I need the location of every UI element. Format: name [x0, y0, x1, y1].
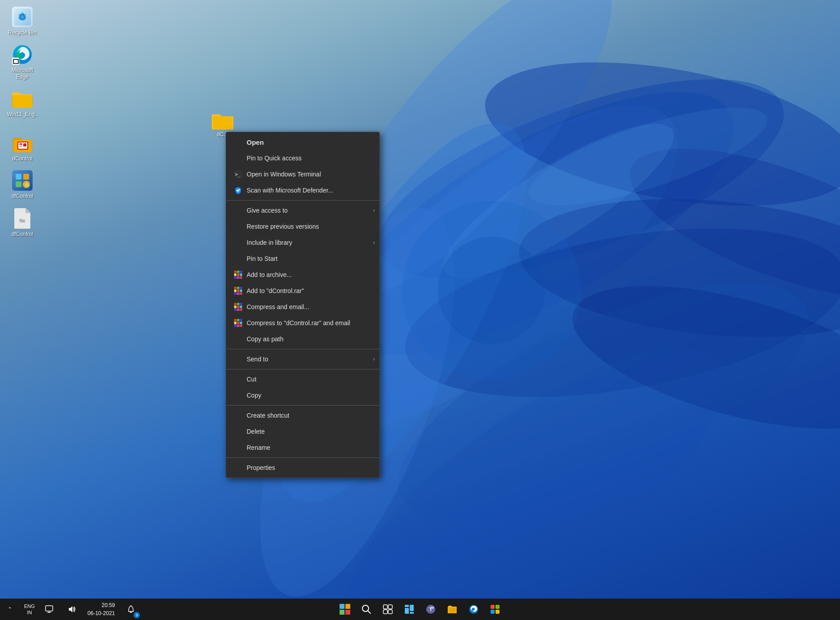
separator-5 — [226, 457, 379, 458]
menu-item-terminal[interactable]: >_ Open in Windows Terminal — [226, 166, 379, 182]
copy-path-icon — [233, 334, 243, 344]
store-icon — [490, 604, 500, 615]
menu-item-give-access[interactable]: Give access to › — [226, 202, 379, 218]
taskbar-notification-button[interactable]: 9 — [121, 599, 141, 619]
svg-rect-28 — [23, 174, 29, 180]
edge-icon — [12, 44, 33, 65]
svg-rect-48 — [410, 605, 414, 611]
menu-item-defender[interactable]: Scan with Microsoft Defender... — [226, 182, 379, 198]
svg-rect-45 — [383, 610, 387, 614]
menu-terminal-label: Open in Windows Terminal — [247, 171, 372, 178]
svg-line-42 — [368, 611, 370, 613]
menu-item-open[interactable]: Open — [226, 134, 379, 150]
menu-item-rename[interactable]: Rename — [226, 440, 379, 456]
svg-rect-56 — [491, 605, 495, 609]
taskbar-display-icon[interactable] — [39, 599, 59, 619]
svg-rect-60 — [46, 606, 53, 611]
menu-item-properties[interactable]: Properties — [226, 460, 379, 476]
menu-copy-label: Copy — [247, 392, 372, 399]
teams-icon: T M — [425, 604, 436, 615]
menu-item-pin-quick[interactable]: Pin to Quick access — [226, 150, 379, 166]
taskbar-widgets-button[interactable] — [399, 599, 419, 619]
search-icon — [361, 604, 371, 614]
svg-rect-43 — [383, 605, 387, 609]
pin-quick-icon — [233, 153, 243, 163]
menu-delete-label: Delete — [247, 428, 372, 435]
clock-date: 06-10-2021 — [88, 609, 115, 617]
desktop-icon-dcontrol[interactable]: dControl — [4, 130, 40, 163]
svg-point-10 — [558, 257, 840, 457]
menu-compress-rar-email-label: Compress to "dControl.rar" and email — [247, 319, 372, 327]
menu-restore-label: Restore previous versions — [247, 223, 372, 230]
include-library-arrow: › — [373, 239, 375, 246]
tray-chevron-icon: ⌃ — [8, 606, 12, 612]
separator-3 — [226, 369, 379, 369]
taskbar-edge-button[interactable] — [464, 599, 483, 619]
menu-item-compress-email[interactable]: Compress and email... — [226, 299, 379, 315]
svg-rect-26 — [12, 170, 33, 191]
explorer-icon — [447, 604, 458, 615]
taskbar-explorer-button[interactable] — [442, 599, 462, 619]
svg-rect-29 — [16, 181, 21, 187]
desktop-icon-recycle-bin[interactable]: ♻ Recycle Bin — [4, 4, 40, 38]
menu-pin-quick-label: Pin to Quick access — [247, 155, 372, 162]
taskbar-center-icons: T M — [335, 599, 505, 619]
menu-item-compress-rar-email[interactable]: Compress to "dControl.rar" and email — [226, 315, 379, 331]
taskbar-tray-chevron[interactable]: ⌃ — [0, 599, 20, 619]
menu-item-send-to[interactable]: Send to › — [226, 351, 379, 367]
taskbar-teams-button[interactable]: T M — [421, 599, 441, 619]
svg-rect-49 — [405, 608, 409, 614]
taskbar-store-button[interactable] — [485, 599, 505, 619]
add-rar-icon — [233, 286, 243, 296]
desktop: ♻ Recycle Bin — [0, 0, 840, 620]
desktop-icon-dfcontrol-app[interactable]: ⚙ dfControl — [4, 168, 40, 201]
menu-create-shortcut-label: Create shortcut — [247, 412, 372, 419]
svg-rect-57 — [496, 605, 500, 609]
taskbar-language[interactable]: ENG IN — [22, 602, 37, 617]
separator-2 — [226, 349, 379, 349]
menu-copy-path-label: Copy as path — [247, 335, 372, 343]
clock-time: 20:59 — [88, 601, 115, 609]
notification-icon — [127, 605, 135, 613]
send-to-arrow: › — [373, 356, 375, 362]
menu-include-library-label: Include in library — [247, 239, 372, 246]
menu-item-include-library[interactable]: Include in library › — [226, 235, 379, 251]
svg-text:file: file — [20, 218, 25, 223]
pin-start-icon — [233, 254, 243, 264]
dcontrol-icon — [12, 132, 33, 154]
desktop-icon-win11-folder[interactable]: Win11_Eng... — [4, 86, 40, 126]
desktop-icon-dfcontrol-file[interactable]: file dfControl — [4, 206, 40, 239]
speaker-icon — [67, 605, 76, 613]
copy-icon — [233, 390, 243, 400]
menu-item-copy[interactable]: Copy — [226, 387, 379, 403]
taskbar-speaker-button[interactable] — [62, 599, 81, 619]
give-access-arrow: › — [373, 207, 375, 214]
menu-item-add-archive[interactable]: Add to archive... — [226, 267, 379, 283]
menu-add-archive-label: Add to archive... — [247, 271, 372, 278]
svg-point-15 — [402, 201, 581, 380]
svg-text:♻: ♻ — [18, 12, 27, 23]
menu-item-cut[interactable]: Cut — [226, 371, 379, 387]
separator-1 — [226, 200, 379, 201]
compress-email-icon — [233, 302, 243, 312]
context-menu: Open Pin to Quick access >_ Open in Wind… — [226, 132, 380, 478]
notification-count: 9 — [134, 612, 140, 618]
defender-icon — [233, 185, 243, 195]
taskbar-task-view-button[interactable] — [378, 599, 398, 619]
properties-icon — [233, 463, 243, 473]
menu-item-copy-path[interactable]: Copy as path — [226, 331, 379, 347]
menu-item-add-rar[interactable]: Add to "dControl.rar" — [226, 283, 379, 299]
desktop-icon-edge[interactable]: Microsoft Edge — [4, 42, 40, 82]
menu-item-pin-start[interactable]: Pin to Start — [226, 251, 379, 267]
menu-item-restore-versions[interactable]: Restore previous versions — [226, 218, 379, 235]
menu-rename-label: Rename — [247, 444, 372, 451]
menu-item-create-shortcut[interactable]: Create shortcut — [226, 407, 379, 423]
taskbar-search-button[interactable] — [357, 599, 376, 619]
win11-folder-label: Win11_Eng... — [6, 111, 38, 124]
svg-rect-46 — [388, 610, 392, 614]
menu-pin-start-label: Pin to Start — [247, 255, 372, 262]
taskbar-start-button[interactable] — [335, 599, 355, 619]
delete-icon — [233, 427, 243, 436]
taskbar-clock[interactable]: 20:59 06-10-2021 — [84, 600, 118, 618]
menu-item-delete[interactable]: Delete — [226, 423, 379, 440]
